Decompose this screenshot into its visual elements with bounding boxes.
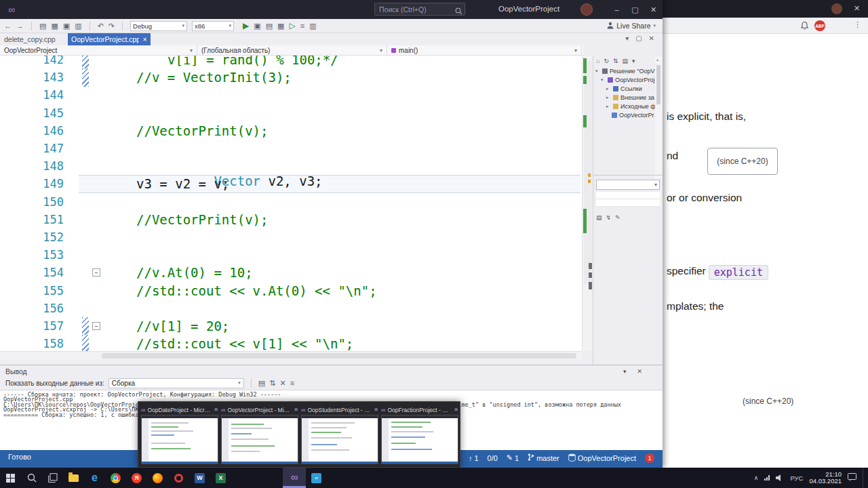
member-dropdown[interactable]: main() ▾: [387, 45, 582, 56]
explicit-keyword-link[interactable]: explicit: [709, 265, 768, 280]
start-debug-icon[interactable]: ▶: [243, 22, 249, 30]
chevron-down-icon[interactable]: ▾: [595, 68, 600, 74]
taskbar-icon-firefox[interactable]: [147, 468, 168, 488]
categorized-icon[interactable]: ▤: [596, 214, 602, 221]
code-line[interactable]: 148 Vector v2, v3;: [0, 157, 582, 176]
collapse-region-icon[interactable]: −: [92, 268, 100, 277]
chevron-down-icon[interactable]: ▾: [653, 23, 656, 28]
close-panel-icon[interactable]: ✕: [649, 35, 654, 42]
code-line[interactable]: 144: [0, 86, 582, 104]
scroll-up-icon[interactable]: ▴: [656, 57, 658, 62]
toolbar-misc4-icon[interactable]: ≡: [300, 22, 304, 30]
editor-vertical-scrollbar[interactable]: [582, 56, 593, 351]
preview-thumbnail[interactable]: [301, 415, 378, 464]
code-line[interactable]: 156: [0, 300, 582, 318]
quick-search-input[interactable]: [374, 3, 465, 16]
preview-close-icon[interactable]: ✕: [374, 407, 378, 413]
preview-thumbnail[interactable]: [141, 415, 218, 464]
toggle-output-icon[interactable]: ≡: [290, 380, 294, 387]
toolbar-misc5-icon[interactable]: ▥: [309, 22, 316, 30]
sync-ratio[interactable]: 0/0: [488, 454, 498, 462]
maximize-icon[interactable]: ▢: [626, 0, 644, 19]
tab-delete-copy[interactable]: delete_copy.cpp: [0, 33, 66, 45]
scrollbar-thumb[interactable]: [584, 61, 592, 285]
bell-icon[interactable]: [800, 21, 809, 33]
commits-outgoing[interactable]: ↑ 1: [469, 454, 479, 462]
navigate-back-icon[interactable]: ←: [4, 22, 12, 30]
repository-indicator[interactable]: OopVectorProject: [568, 453, 636, 463]
minimize-icon[interactable]: –: [608, 0, 626, 19]
tab-overflow-icon[interactable]: ▾: [625, 35, 629, 42]
code-line[interactable]: 143 //v = VectorInit(3);: [0, 68, 582, 87]
preview-oopvectorproject[interactable]: ∞ OopVectorProject - Microsoft Visual St…: [221, 405, 298, 464]
code-line[interactable]: 152: [0, 228, 582, 247]
browser-close-icon[interactable]: ✕: [854, 4, 860, 13]
taskbar-icon-visual-studio-active[interactable]: ∞: [283, 468, 306, 488]
start-button[interactable]: [0, 468, 21, 488]
code-line[interactable]: 145: [0, 104, 582, 123]
network-icon[interactable]: [764, 475, 770, 481]
taskbar-search-button[interactable]: [21, 468, 42, 488]
float-panel-icon[interactable]: ▢: [635, 35, 642, 42]
tab-oopvectorproject-active[interactable]: OopVectorProject.cpp* ✕: [68, 33, 151, 45]
preview-oopstudentsproject[interactable]: ∞ OopStudentsProject - Microsoft Visual …: [301, 405, 378, 464]
tree-item-references[interactable]: ▸ Ссылки: [595, 84, 663, 93]
volume-icon[interactable]: [776, 472, 784, 484]
tree-item-external-deps[interactable]: ▸ Внешние зависимости: [595, 93, 663, 102]
code-line[interactable]: 157 − //v[1] = 20;: [0, 317, 582, 336]
taskbar-icon-vs-code[interactable]: ‹›: [306, 468, 327, 488]
platform-combo[interactable]: x86 ▾: [192, 21, 234, 31]
taskbar-icon-opera[interactable]: [168, 468, 189, 488]
live-share-button[interactable]: Live Share: [616, 22, 650, 30]
code-editor[interactable]: 142 v[i] = rand() % 100;*/ 143 //v = Vec…: [0, 56, 582, 351]
chevron-down-icon[interactable]: ▾: [601, 77, 606, 83]
open-file-icon[interactable]: ▦: [51, 22, 58, 30]
panel-position-icon[interactable]: ▾: [623, 368, 627, 375]
editor-horizontal-scrollbar[interactable]: [0, 351, 582, 360]
edit-icon[interactable]: ✎: [615, 214, 620, 221]
toolbar-misc3-icon[interactable]: ▦: [277, 22, 284, 30]
code-line-current[interactable]: 149 v3 = v2 = v;: [0, 175, 582, 193]
code-line[interactable]: 155 //std::cout << v.At(0) << "\n";: [0, 282, 582, 300]
word-wrap-icon[interactable]: ⇅: [269, 380, 275, 387]
taskbar-clock[interactable]: 21:10 04.03.2021: [809, 471, 842, 485]
preview-thumbnail[interactable]: [221, 415, 298, 464]
start-without-debug-icon[interactable]: ▷: [290, 22, 296, 30]
code-line[interactable]: 151 //VectorPrint(v);: [0, 211, 582, 229]
toolbar-misc2-icon[interactable]: ▤: [266, 22, 273, 30]
user-avatar[interactable]: [580, 3, 593, 16]
tab-close-icon[interactable]: ✕: [142, 37, 147, 43]
taskbar-icon-edge[interactable]: e: [84, 468, 105, 488]
code-line[interactable]: 158 //std::cout << v[1] << "\n";: [0, 335, 582, 351]
tree-item-source-files[interactable]: ▸ Исходные файлы: [595, 102, 663, 110]
redo-icon[interactable]: ↷: [108, 22, 115, 30]
tree-item-cpp-file[interactable]: OopVectorProject.cpp: [595, 110, 663, 119]
project-dropdown[interactable]: OopVectorProject ▾: [0, 45, 197, 56]
panel-scrollbar[interactable]: ▴: [655, 57, 662, 179]
notifications-badge[interactable]: 1: [645, 453, 654, 463]
preview-close-icon[interactable]: ✕: [294, 407, 298, 413]
git-branch-indicator[interactable]: master: [528, 453, 559, 463]
taskbar-icon-yandex-browser[interactable]: Я: [126, 468, 147, 488]
solution-config-combo[interactable]: Debug ▾: [130, 21, 187, 31]
taskbar-icon-chrome[interactable]: [105, 468, 126, 488]
action-center-icon[interactable]: [848, 472, 856, 484]
task-view-button[interactable]: [42, 468, 63, 488]
taskbar-icon-word[interactable]: W: [189, 468, 210, 488]
home-icon[interactable]: ⌂: [596, 58, 599, 64]
preview-oopdateproject[interactable]: ∞ OopDateProject - Microsoft Visual Stud…: [141, 405, 218, 464]
collapse-region-icon[interactable]: −: [92, 322, 100, 330]
browser-menu-icon[interactable]: ⋮: [854, 20, 861, 29]
tree-item-project[interactable]: ▾ OopVectorProject: [595, 75, 663, 84]
more-icon[interactable]: ▾: [632, 58, 635, 64]
pending-edits[interactable]: ✎ 1: [507, 453, 519, 462]
new-file-icon[interactable]: ▤: [39, 22, 46, 30]
save-all-icon[interactable]: ▥: [75, 22, 81, 30]
show-desktop-button[interactable]: [863, 468, 865, 488]
preview-close-icon[interactable]: ✕: [454, 407, 458, 413]
chevron-right-icon[interactable]: ▸: [606, 104, 611, 109]
preview-oopfractionproject[interactable]: ∞ OopFractionProject - Microsoft Visual …: [381, 405, 458, 464]
taskbar-icon-file-explorer[interactable]: [63, 468, 84, 488]
browser-profile-avatar[interactable]: [831, 3, 842, 14]
collapse-all-icon[interactable]: ⇅: [613, 58, 618, 64]
